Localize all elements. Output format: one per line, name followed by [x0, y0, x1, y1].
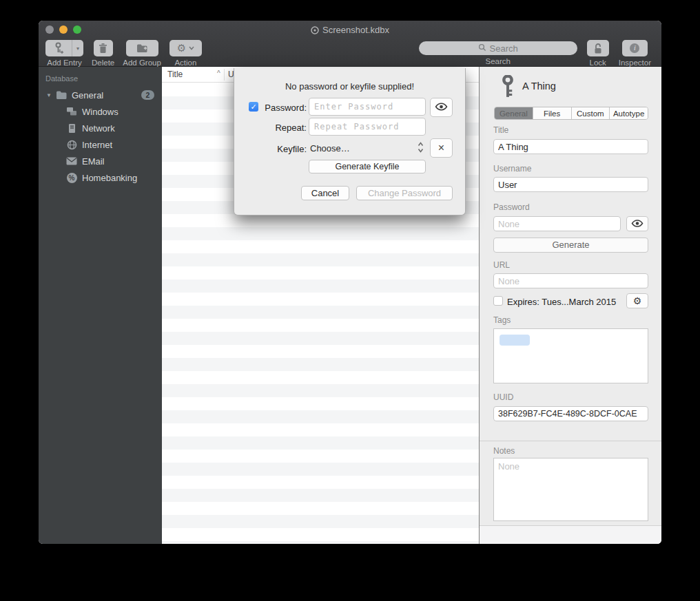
window-title: Screenshot.kdbx: [39, 25, 661, 36]
envelope-icon: [65, 155, 78, 167]
tags-box[interactable]: [493, 328, 648, 383]
add-group-button[interactable]: [126, 40, 158, 56]
close-x-icon: ×: [438, 142, 444, 154]
generate-password-button[interactable]: Generate: [493, 238, 648, 253]
change-password-button[interactable]: Change Password: [356, 186, 453, 200]
cancel-button[interactable]: Cancel: [301, 186, 349, 200]
generate-keyfile-button[interactable]: Generate Keyfile: [309, 160, 426, 173]
sidebar-item-internet[interactable]: Internet: [39, 136, 162, 153]
add-entry-label: Add Entry: [47, 59, 82, 67]
clear-keyfile-button[interactable]: ×: [430, 138, 453, 158]
add-entry-button[interactable]: ▾: [45, 40, 83, 56]
url-field[interactable]: [493, 273, 648, 288]
sidebar: Database ▼ General 2 Windows Network: [39, 67, 162, 544]
url-label: URL: [493, 260, 510, 270]
delete-label: Delete: [92, 59, 114, 67]
reveal-password-button[interactable]: [430, 98, 453, 117]
server-icon: [65, 122, 78, 134]
add-entry-dropdown-arrow[interactable]: ▾: [72, 40, 83, 56]
group-label: Windows: [82, 107, 119, 117]
sort-ascending-icon: ^: [217, 70, 220, 77]
tab-files[interactable]: Files: [533, 107, 571, 119]
password-input[interactable]: [309, 98, 426, 116]
folder-icon: [55, 89, 68, 101]
folder-plus-icon: [136, 43, 148, 53]
notes-label: Notes: [493, 446, 515, 456]
tab-general[interactable]: General: [495, 107, 533, 119]
key-plus-icon: [45, 40, 72, 56]
trash-icon: [99, 43, 107, 54]
stepper-icon[interactable]: [418, 141, 424, 156]
password-label: Password: [493, 202, 530, 212]
uuid-field[interactable]: [493, 406, 648, 421]
lock-label: Lock: [590, 59, 606, 67]
disclosure-triangle-icon[interactable]: ▼: [43, 92, 55, 98]
lock-icon: [593, 43, 603, 54]
tag-pill[interactable]: [500, 335, 530, 346]
globe-icon: [65, 138, 78, 151]
sidebar-header-database: Database: [45, 74, 162, 83]
add-group-label: Add Group: [123, 59, 161, 67]
keyfile-popup[interactable]: Choose…: [310, 143, 350, 154]
sidebar-item-network[interactable]: Network: [39, 120, 162, 136]
inspector-panel: A Thing General Files Custom Autotype Ti…: [479, 67, 661, 544]
entry-title: A Thing: [522, 81, 556, 92]
inspector-footer: [480, 526, 661, 544]
group-label: Internet: [82, 140, 112, 150]
percent-icon: %: [65, 171, 78, 184]
action-button[interactable]: ⚙: [169, 40, 202, 56]
keyfile-label: Keyfile:: [249, 144, 307, 154]
gear-icon: ⚙: [633, 294, 642, 308]
group-label: General: [72, 90, 103, 101]
group-label: Homebanking: [82, 173, 137, 183]
gear-icon: ⚙: [177, 42, 186, 54]
expires-checkbox[interactable]: [493, 296, 503, 306]
app-window: Screenshot.kdbx ▾ Add Entry Delete: [39, 21, 661, 544]
toolbar: Screenshot.kdbx ▾ Add Entry Delete: [39, 21, 661, 67]
delete-button[interactable]: [94, 40, 113, 56]
expires-settings-button[interactable]: ⚙: [626, 293, 648, 308]
sidebar-item-homebanking[interactable]: % Homebanking: [39, 169, 162, 186]
search-input[interactable]: Search: [419, 41, 577, 55]
sidebar-item-email[interactable]: EMail: [39, 153, 162, 169]
document-proxy-icon: [311, 26, 319, 36]
windows-network-icon: [65, 105, 78, 118]
key-icon: [501, 75, 515, 101]
inspector-button[interactable]: i: [622, 40, 648, 56]
reveal-password-button[interactable]: [626, 216, 648, 231]
repeat-label: Repeat:: [249, 123, 307, 133]
repeat-password-input[interactable]: [309, 118, 426, 136]
dialog-message: No password or keyfile supplied!: [234, 81, 465, 92]
search-icon: [478, 43, 486, 54]
sidebar-item-windows[interactable]: Windows: [39, 103, 162, 120]
info-icon: i: [630, 43, 639, 53]
change-password-dialog: No password or keyfile supplied! ✓ Passw…: [234, 68, 466, 215]
username-label: Username: [493, 164, 531, 173]
search-placeholder: Search: [490, 43, 518, 54]
chevron-down-icon: [189, 46, 194, 50]
title-field[interactable]: [493, 139, 648, 154]
tags-label: Tags: [493, 315, 511, 325]
uuid-label: UUID: [493, 392, 513, 402]
inspector-label: Inspector: [619, 59, 651, 67]
column-divider[interactable]: [224, 69, 225, 81]
password-field[interactable]: [493, 216, 621, 231]
tab-autotype[interactable]: Autotype: [609, 107, 648, 119]
password-label: Password:: [249, 103, 307, 113]
eye-icon: [631, 218, 644, 230]
action-label: Action: [174, 59, 196, 67]
expires-label: Expires: Tues...March 2015: [507, 297, 616, 307]
sidebar-item-general[interactable]: ▼ General 2: [39, 87, 162, 103]
inspector-tabs: General Files Custom Autotype: [494, 107, 648, 120]
tab-custom[interactable]: Custom: [571, 107, 610, 119]
search-label: Search: [485, 57, 510, 65]
username-field[interactable]: [493, 177, 648, 192]
eye-icon: [435, 101, 448, 114]
group-label: EMail: [82, 156, 105, 167]
notes-field[interactable]: [493, 458, 648, 521]
lock-button[interactable]: [587, 40, 609, 56]
entry-count-badge: 2: [141, 90, 154, 100]
column-header-title[interactable]: Title: [167, 70, 183, 79]
group-label: Network: [82, 123, 115, 134]
divider: [480, 441, 661, 441]
